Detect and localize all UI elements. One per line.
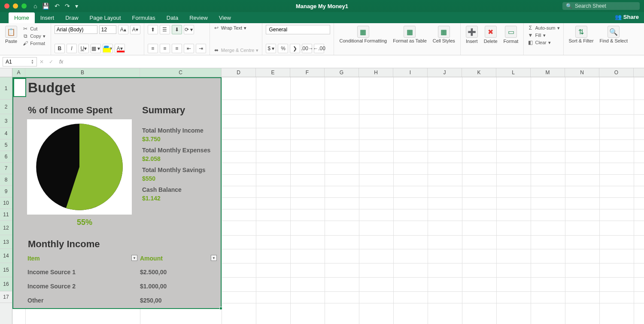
name-box[interactable]: A1 ▲▼ — [3, 57, 37, 67]
row-header[interactable]: 7 — [0, 163, 12, 174]
increase-decimal-button[interactable]: .00→ — [302, 44, 312, 53]
column-header[interactable]: J — [428, 68, 462, 77]
align-center-button[interactable]: ≡ — [160, 44, 170, 53]
row-header[interactable]: 5 — [0, 139, 12, 151]
close-window-icon[interactable] — [4, 3, 9, 9]
number-format-select[interactable] — [266, 25, 330, 34]
increase-indent-button[interactable]: ⇥ — [196, 44, 206, 53]
column-header[interactable]: B — [25, 68, 140, 77]
column-header[interactable]: A — [12, 68, 25, 77]
row-header[interactable]: 2 — [0, 100, 12, 114]
align-middle-button[interactable]: ☰ — [160, 25, 170, 34]
row-header[interactable]: 8 — [0, 174, 12, 186]
percent-button[interactable]: % — [278, 44, 288, 53]
bold-button[interactable]: B — [55, 44, 65, 53]
align-right-button[interactable]: ≡ — [172, 44, 182, 53]
fill-button[interactable]: ▼Fill ▾ — [527, 32, 559, 38]
cut-button[interactable]: ✂Cut — [22, 26, 46, 32]
filter-icon[interactable]: ▼ — [211, 255, 217, 261]
delete-cells-button[interactable]: ✖Delete — [482, 25, 499, 53]
cancel-formula-icon[interactable]: ✕ — [39, 59, 44, 65]
format-painter-button[interactable]: 🖌Format — [22, 40, 46, 46]
format-cells-button[interactable]: ▭Format — [502, 25, 520, 53]
column-header[interactable]: K — [462, 68, 496, 77]
search-input[interactable] — [575, 3, 639, 9]
column-header[interactable]: I — [393, 68, 428, 77]
row-header[interactable]: 1 — [0, 77, 12, 100]
increase-font-button[interactable]: A▴ — [118, 25, 128, 34]
column-header[interactable]: L — [496, 68, 531, 77]
selection-handle[interactable] — [219, 307, 222, 310]
row-header[interactable]: 14 — [0, 249, 12, 263]
merge-centre-button[interactable]: ⬌Merge & Centre ▾ — [213, 47, 259, 53]
column-header[interactable]: E — [256, 68, 290, 77]
decrease-indent-button[interactable]: ⇤ — [184, 44, 194, 53]
tab-review[interactable]: Review — [184, 12, 213, 23]
comma-button[interactable]: ❯ — [290, 44, 300, 53]
row-header[interactable]: 3 — [0, 114, 12, 128]
namebox-spinner-icon[interactable]: ▲▼ — [31, 59, 34, 64]
row-header[interactable]: 16 — [0, 277, 12, 291]
paste-button[interactable]: 📋 Paste — [3, 25, 19, 45]
filter-icon[interactable]: ▼ — [131, 255, 137, 261]
underline-button[interactable]: U ▾ — [79, 44, 89, 53]
orientation-button[interactable]: ⟳ ▾ — [184, 25, 194, 34]
column-header[interactable]: D — [222, 68, 256, 77]
formula-input[interactable] — [67, 59, 644, 65]
tab-home[interactable]: Home — [9, 12, 35, 23]
row-header[interactable]: 12 — [0, 221, 12, 235]
save-icon[interactable]: 💾 — [42, 3, 49, 9]
redo-icon[interactable]: ↷ — [65, 3, 70, 9]
active-cell[interactable] — [13, 78, 26, 97]
align-top-button[interactable]: ⬆ — [148, 25, 158, 34]
spreadsheet-grid[interactable]: 1234567891011121314151617 Budget % of In… — [0, 77, 644, 324]
share-button[interactable]: 👥 Share — [615, 14, 639, 20]
row-header[interactable]: 4 — [0, 128, 12, 139]
minimize-window-icon[interactable] — [13, 3, 18, 9]
row-header[interactable]: 6 — [0, 151, 12, 163]
insert-cells-button[interactable]: ➕Insert — [464, 25, 480, 53]
tab-view[interactable]: View — [213, 12, 237, 23]
row-header[interactable]: 9 — [0, 186, 12, 197]
conditional-formatting-button[interactable]: ▦Conditional Formatting — [337, 25, 389, 53]
borders-button[interactable]: ▦ ▾ — [91, 44, 101, 53]
font-color-button[interactable]: A ▾ — [115, 44, 125, 53]
pie-chart[interactable] — [27, 119, 132, 215]
maximize-window-icon[interactable] — [21, 3, 27, 9]
decrease-decimal-button[interactable]: ←.00 — [314, 44, 324, 53]
column-header[interactable]: C — [140, 68, 222, 77]
column-header[interactable]: M — [531, 68, 565, 77]
tab-formulas[interactable]: Formulas — [127, 12, 161, 23]
clear-button[interactable]: ◧Clear ▾ — [527, 39, 559, 45]
select-all-corner[interactable] — [0, 68, 12, 77]
accounting-button[interactable]: $ ▾ — [266, 44, 276, 53]
row-header[interactable]: 10 — [0, 197, 12, 209]
row-header[interactable]: 11 — [0, 209, 12, 221]
font-name-select[interactable] — [55, 25, 97, 34]
column-header[interactable]: G — [325, 68, 359, 77]
autosum-button[interactable]: ΣAuto-sum ▾ — [527, 25, 559, 31]
font-size-select[interactable] — [99, 25, 116, 34]
column-header[interactable]: H — [359, 68, 393, 77]
undo-icon[interactable]: ↶ — [55, 3, 60, 9]
fx-icon[interactable]: fx — [59, 59, 63, 65]
row-header[interactable]: 13 — [0, 235, 12, 249]
copy-button[interactable]: ⧉Copy ▾ — [22, 33, 46, 39]
format-as-table-button[interactable]: ▦Format as Table — [391, 25, 428, 53]
search-sheet[interactable]: 🔍 — [562, 2, 640, 10]
column-header[interactable]: F — [290, 68, 325, 77]
customize-qat-icon[interactable]: ▾ — [75, 3, 78, 9]
tab-draw[interactable]: Draw — [60, 12, 84, 23]
align-left-button[interactable]: ≡ — [148, 44, 158, 53]
tab-insert[interactable]: Insert — [35, 12, 60, 23]
fill-color-button[interactable]: 🪣 ▾ — [103, 44, 113, 53]
decrease-font-button[interactable]: A▾ — [130, 25, 140, 34]
wrap-text-button[interactable]: ↩Wrap Text ▾ — [213, 25, 259, 31]
row-header[interactable]: 15 — [0, 263, 12, 277]
accept-formula-icon[interactable]: ✓ — [49, 59, 53, 65]
tab-page-layout[interactable]: Page Layout — [84, 12, 127, 23]
tab-data[interactable]: Data — [161, 12, 184, 23]
column-header[interactable]: O — [599, 68, 634, 77]
cell-styles-button[interactable]: ▦Cell Styles — [431, 25, 457, 53]
column-header[interactable]: N — [565, 68, 599, 77]
